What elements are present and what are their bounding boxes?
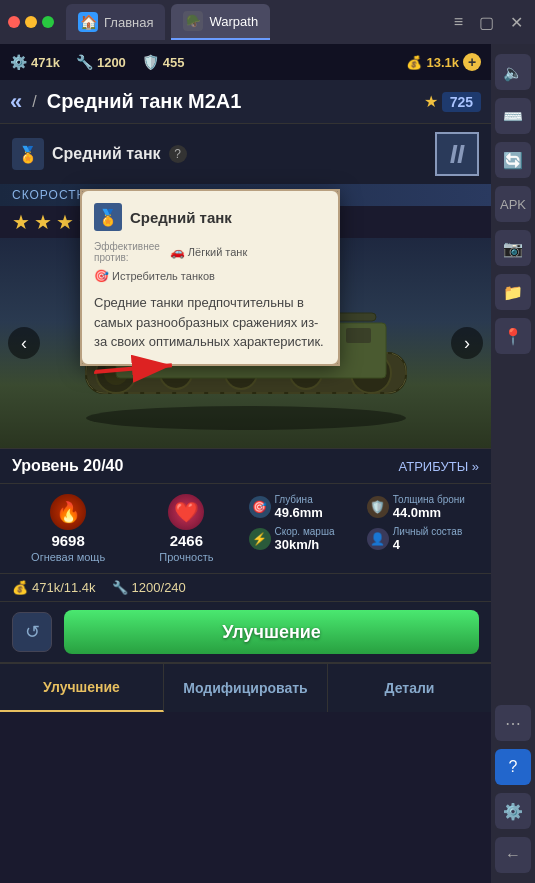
tooltip-effective-label: Эффективнеепротив: [94,241,160,263]
next-tank-button[interactable]: › [451,327,483,359]
bottom-res2-icon: 🔧 [112,580,128,595]
resource-currency3: 🛡️ 455 [142,54,185,70]
right-sidebar: 🔈 ⌨️ 🔄 APK 📷 📁 📍 ⋯ ? ⚙️ ← [491,44,535,883]
stat-penetration: 🎯 Глубина 49.6mm [249,494,361,520]
roman-numeral: II [450,139,464,170]
tooltip-tags: Эффективнеепротив: 🚗 Лёгкий танк 🎯 Истре… [94,241,326,283]
penetration-value: 49.6mm [275,505,323,520]
back-button[interactable]: « [10,89,22,115]
reset-button[interactable]: ↺ [12,612,52,652]
close-traffic-light[interactable] [8,16,20,28]
currency3-icon: 🛡️ [142,54,159,70]
tooltip-tag1-label: Лёгкий танк [188,246,247,258]
gold-value: 13.1k [426,55,459,70]
currency2-icon: 🔧 [76,54,93,70]
window-icon[interactable]: ▢ [475,9,498,36]
light-tank-icon: 🚗 [170,245,185,259]
bottom-nav: Улучшение Модифицировать Детали [0,662,491,712]
tank-header: « / Средний танк M2A1 ★ 725 [0,80,491,124]
upgrade-button-label: Улучшение [222,622,321,643]
top-bar: 🏠 Главная 🪖 Warpath ≡ ▢ ✕ [0,0,535,44]
tab-details[interactable]: Детали [328,664,491,712]
tab-modify[interactable]: Модифицировать [164,664,328,712]
resource-gold: 💰 13.1k + [406,53,481,71]
tank-emblem: 🏅 [18,145,38,164]
prev-tank-button[interactable]: ‹ [8,327,40,359]
roman-numeral-badge: II [435,132,479,176]
crew-label: Личный состав [393,526,462,537]
upgrade-area: ↺ Улучшение [0,601,491,662]
rank-star-icon: ★ [424,92,438,111]
bottom-res2-value: 1200/240 [132,580,186,595]
armor-icon: 🛡️ [367,496,389,518]
corner-bl [80,358,88,366]
crew-icon: 👤 [367,528,389,550]
sidebar-help-button[interactable]: ? [495,749,531,785]
crew-value: 4 [393,537,462,552]
tank-title: Средний танк M2A1 [47,90,414,113]
bottom-res1-value: 471k/11.4k [32,580,96,595]
currency1-value: 471k [31,55,60,70]
penetration-icon: 🎯 [249,496,271,518]
bottom-resource-1: 💰 471k/11.4k [12,580,96,595]
attributes-link[interactable]: АТРИБУТЫ » [399,459,479,474]
corner-br [332,358,340,366]
tab-upgrade[interactable]: Улучшение [0,664,164,712]
level-text: Уровень 20/40 [12,457,123,475]
sidebar-back-button[interactable]: ← [495,837,531,873]
health-icon: ❤️ [168,494,204,530]
help-icon[interactable]: ? [169,145,187,163]
speed-value: 30km/h [275,537,335,552]
tooltip-tag2-label: Истребитель танков [112,270,215,282]
maximize-traffic-light[interactable] [42,16,54,28]
currency1-icon: ⚙️ [10,54,27,70]
sidebar-keyboard-button[interactable]: ⌨️ [495,98,531,134]
sidebar-download-button[interactable]: APK [495,186,531,222]
sidebar-location-button[interactable]: 📍 [495,318,531,354]
tank-destroyer-icon: 🎯 [94,269,109,283]
tooltip-icon-symbol: 🏅 [98,208,118,227]
minimize-traffic-light[interactable] [25,16,37,28]
stat-group-1: 🎯 Глубина 49.6mm ⚡ Скор. марша 30km/h [249,494,361,563]
health-label: Прочность [159,551,213,563]
sidebar-settings-button[interactable]: ⚙️ [495,793,531,829]
close-icon[interactable]: ✕ [506,9,527,36]
sidebar-camera-button[interactable]: 📷 [495,230,531,266]
health-value: 2466 [170,532,203,549]
sidebar-rotate-button[interactable]: 🔄 [495,142,531,178]
fire-power-value: 9698 [51,532,84,549]
level-bar: Уровень 20/40 АТРИБУТЫ » [0,448,491,483]
add-gold-button[interactable]: + [463,53,481,71]
tab-modify-label: Модифицировать [183,680,307,696]
bottom-resource-2: 🔧 1200/240 [112,580,186,595]
tank-type-icon: 🏅 [12,138,44,170]
tab-upgrade-label: Улучшение [43,679,120,695]
rank-badge: ★ 725 [424,92,481,112]
stat-speed: ⚡ Скор. марша 30km/h [249,526,361,552]
armor-value: 44.0mm [393,505,465,520]
tab-warpath[interactable]: 🪖 Warpath [171,4,270,40]
sidebar-folder-button[interactable]: 📁 [495,274,531,310]
tab-warpath-label: Warpath [209,14,258,29]
star-1: ★ [12,210,30,234]
corner-tr [332,189,340,197]
upgrade-button[interactable]: Улучшение [64,610,479,654]
menu-icon[interactable]: ≡ [450,9,467,35]
tank-info-row: 🏅 Средний танк ? II [0,124,491,184]
fire-power-label: Огневая мощь [31,551,105,563]
stat-group-2: 🛡️ Толщина брони 44.0mm 👤 Личный состав … [367,494,479,563]
currency3-value: 455 [163,55,185,70]
bottom-resource-row: 💰 471k/11.4k 🔧 1200/240 [0,573,491,601]
game-area: ⚙️ 471k 🔧 1200 🛡️ 455 💰 13.1k + « / Сред… [0,44,491,883]
tooltip-tag2: 🎯 Истребитель танков [94,269,215,283]
armor-label: Толщина брони [393,494,465,505]
gold-icon: 💰 [406,55,422,70]
star-3: ★ [56,210,74,234]
sidebar-more-button[interactable]: ⋯ [495,705,531,741]
sidebar-volume-button[interactable]: 🔈 [495,54,531,90]
tab-home[interactable]: 🏠 Главная [66,4,165,40]
penetration-label: Глубина [275,494,323,505]
resource-currency1: ⚙️ 471k [10,54,60,70]
resource-bar: ⚙️ 471k 🔧 1200 🛡️ 455 💰 13.1k + [0,44,491,80]
tooltip-tag1: 🚗 Лёгкий танк [170,241,247,263]
